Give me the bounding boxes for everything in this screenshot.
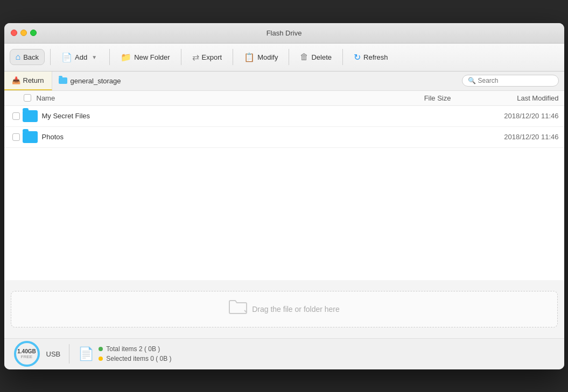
file-modified-0: 2018/12/20 11:46 <box>462 112 559 120</box>
delete-icon: 🗑 <box>300 52 308 62</box>
info-icon-area: 📄 <box>78 346 94 361</box>
total-items-row: Total items 2 ( 0B ) <box>99 345 171 353</box>
drop-zone-label: Drag the file or folder here <box>252 305 340 313</box>
close-button[interactable] <box>11 30 17 36</box>
new-folder-icon: 📁 <box>121 52 131 62</box>
export-label: Export <box>202 53 222 61</box>
drop-folder-icon <box>228 299 248 319</box>
col-modified-header: Last Modified <box>462 94 559 102</box>
file-name-0: My Secret Files <box>42 112 397 120</box>
file-list-header: Name File Size Last Modified <box>4 91 564 106</box>
storage-text: 1.40GB FREE <box>17 348 36 359</box>
total-items-label: Total items 2 ( 0B ) <box>106 345 160 353</box>
titlebar: Flash Drive <box>4 23 564 44</box>
col-name-header: Name <box>37 94 397 102</box>
col-size-header: File Size <box>397 94 462 102</box>
export-button[interactable]: ⇄ Export <box>187 49 228 65</box>
app-window: Flash Drive ⌂ Back 📄 Add ▼ 📁 New Folder … <box>4 23 564 369</box>
status-divider <box>69 344 69 364</box>
modify-button[interactable]: 📋 Modify <box>239 49 283 65</box>
row-checkbox-0[interactable] <box>10 112 23 120</box>
export-icon: ⇄ <box>192 52 199 62</box>
modify-icon: 📋 <box>244 52 255 62</box>
checkbox-1[interactable] <box>12 133 20 141</box>
separator-6 <box>342 49 343 65</box>
window-title: Flash Drive <box>267 29 302 37</box>
folder-icon-1 <box>23 131 38 143</box>
separator-4 <box>233 49 233 65</box>
file-list: Name File Size Last Modified My Secret F… <box>4 91 564 280</box>
back-button[interactable]: ⌂ Back <box>10 49 45 65</box>
drop-zone[interactable]: Drag the file or folder here <box>11 291 558 327</box>
search-box[interactable]: 🔍 <box>462 75 559 87</box>
add-label: Add <box>75 53 87 61</box>
add-button[interactable]: 📄 Add ▼ <box>56 49 104 65</box>
select-all-checkbox[interactable] <box>24 94 31 102</box>
navbar: 📥 Return general_storage 🔍 <box>4 72 564 91</box>
breadcrumb-text: general_storage <box>71 77 121 85</box>
search-icon: 🔍 <box>468 77 476 84</box>
selected-dot <box>99 357 103 361</box>
delete-label: Delete <box>311 53 332 61</box>
traffic-lights <box>11 30 37 36</box>
selected-items-label: Selected items 0 ( 0B ) <box>106 355 171 362</box>
add-dropdown-arrow[interactable]: ▼ <box>90 52 99 62</box>
file-modified-1: 2018/12/20 11:46 <box>462 133 559 141</box>
file-name-1: Photos <box>42 133 397 141</box>
selected-items-row: Selected items 0 ( 0B ) <box>99 355 171 362</box>
info-icon: 📄 <box>78 346 94 361</box>
refresh-label: Refresh <box>363 53 388 61</box>
minimize-button[interactable] <box>20 30 27 36</box>
new-folder-button[interactable]: 📁 New Folder <box>115 49 175 65</box>
separator-2 <box>109 49 110 65</box>
add-icon: 📄 <box>61 52 72 62</box>
content-area: Name File Size Last Modified My Secret F… <box>4 91 564 338</box>
row-checkbox-1[interactable] <box>10 133 23 141</box>
toolbar: ⌂ Back 📄 Add ▼ 📁 New Folder ⇄ Export 📋 M… <box>4 44 564 72</box>
checkbox-0[interactable] <box>12 112 20 120</box>
return-button[interactable]: 📥 Return <box>4 72 52 90</box>
new-folder-label: New Folder <box>134 53 170 61</box>
total-dot <box>99 347 103 351</box>
storage-free: FREE <box>17 354 36 359</box>
storage-gb: 1.40GB <box>17 348 36 354</box>
back-icon: ⌂ <box>16 52 21 62</box>
refresh-icon: ↻ <box>354 52 361 62</box>
return-label: Return <box>23 76 44 84</box>
status-info: Total items 2 ( 0B ) Selected items 0 ( … <box>99 345 171 362</box>
header-checkbox-col <box>24 94 37 102</box>
breadcrumb: general_storage <box>52 77 128 85</box>
return-icon: 📥 <box>12 76 20 84</box>
separator-5 <box>289 49 289 65</box>
usb-label: USB <box>46 350 61 358</box>
refresh-button[interactable]: ↻ Refresh <box>348 49 394 65</box>
separator-1 <box>50 49 51 65</box>
folder-icon-0 <box>23 110 38 122</box>
table-row[interactable]: Photos 2018/12/20 11:46 <box>4 127 564 148</box>
separator-3 <box>181 49 181 65</box>
statusbar: 1.40GB FREE USB 📄 Total items 2 ( 0B ) S… <box>4 338 564 369</box>
search-input[interactable] <box>478 77 553 84</box>
maximize-button[interactable] <box>30 30 37 36</box>
back-label: Back <box>23 53 39 61</box>
delete-button[interactable]: 🗑 Delete <box>294 49 337 65</box>
modify-label: Modify <box>257 53 278 61</box>
table-row[interactable]: My Secret Files 2018/12/20 11:46 <box>4 106 564 127</box>
breadcrumb-folder-icon <box>59 77 67 84</box>
storage-ring: 1.40GB FREE <box>13 340 41 368</box>
